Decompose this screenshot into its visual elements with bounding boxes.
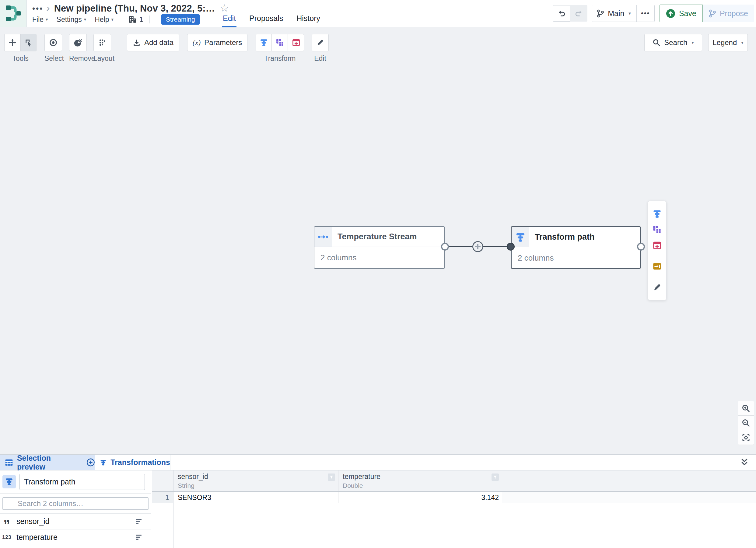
add-output-action[interactable] (651, 260, 663, 273)
join-tables-icon (653, 225, 662, 234)
resources-building-icon[interactable] (128, 16, 137, 23)
column-header-temperature[interactable]: temperature Double (338, 470, 502, 491)
divider (123, 16, 123, 23)
add-union-action[interactable] (651, 239, 663, 252)
branch-name[interactable]: Main (608, 9, 624, 18)
divider (149, 16, 150, 23)
edit-node-action[interactable] (651, 281, 663, 293)
node-title: Transform path (529, 232, 595, 242)
fit-to-screen-icon (742, 433, 750, 442)
output-port-temperature-stream[interactable] (441, 243, 449, 251)
column-list-item-sensor-id[interactable]: ” sensor_id (0, 514, 151, 529)
collapse-panel-button[interactable] (740, 457, 749, 469)
double-chevron-down-icon (740, 457, 749, 467)
numeric-type-icon: 123 (0, 534, 13, 540)
add-transform-button[interactable] (256, 34, 272, 51)
transform-icon (260, 38, 268, 47)
graph-canvas[interactable]: Tools Select Remove Layout (0, 27, 756, 454)
parameters-label: Parameters (204, 38, 242, 47)
input-port-transform-path[interactable] (507, 243, 515, 251)
filter-funnel-icon (329, 475, 334, 480)
file-menu[interactable]: File▾ (32, 16, 48, 24)
legend-button[interactable]: Legend ▾ (708, 34, 748, 51)
row-number-header-cell (152, 470, 173, 491)
column-header-type: Double (343, 482, 363, 489)
column-header-sensor-id[interactable]: sensor_id String (173, 470, 338, 491)
parameters-x-icon: (x) (193, 39, 201, 47)
column-list-item-temperature[interactable]: 123 temperature (0, 529, 151, 545)
layout-button[interactable] (93, 34, 111, 51)
column-header-type: String (178, 482, 194, 489)
string-type-icon: ” (0, 524, 13, 527)
app-header: ••• › New pipeline (Thu, Nov 3, 2022, 5:… (0, 0, 756, 27)
add-transform-action[interactable] (651, 208, 663, 220)
move-tool-button[interactable] (4, 34, 20, 51)
search-button[interactable]: Search ▾ (644, 34, 702, 51)
breadcrumb-overflow-icon[interactable]: ••• (32, 4, 43, 13)
zoom-in-icon (742, 404, 750, 413)
node-transform-path[interactable]: Transform path 2 columns (511, 226, 641, 269)
join-tables-icon (276, 38, 284, 47)
output-port-transform-path[interactable] (637, 243, 645, 251)
tab-history[interactable]: History (296, 14, 320, 27)
zoom-in-button[interactable] (738, 401, 754, 416)
branch-icon (597, 9, 604, 18)
column-name: temperature (16, 533, 58, 542)
redo-button[interactable] (570, 5, 587, 22)
save-label: Save (679, 9, 696, 18)
bottom-panel-tabs: Selection preview Transformations (0, 455, 756, 470)
add-join-action[interactable] (651, 224, 663, 236)
add-preview-icon[interactable] (86, 458, 95, 467)
node-temperature-stream[interactable]: Temperature Stream 2 columns (314, 226, 445, 269)
zoom-out-button[interactable] (738, 415, 754, 430)
undo-button[interactable] (553, 5, 570, 22)
tools-label: Tools (4, 54, 37, 63)
tab-selection-preview[interactable]: Selection preview (0, 455, 95, 470)
tab-proposals[interactable]: Proposals (249, 14, 283, 27)
select-tool-button[interactable] (20, 34, 37, 51)
save-button[interactable]: Save (660, 5, 703, 22)
cell-temperature[interactable]: 3.142 (338, 492, 502, 503)
table-icon (5, 459, 13, 466)
tab-transformations[interactable]: Transformations (95, 455, 170, 470)
add-join-button[interactable] (272, 34, 288, 51)
add-union-button[interactable] (288, 34, 304, 51)
transform-label: Transform (256, 54, 304, 63)
transform-icon (515, 232, 526, 243)
remove-button[interactable] (69, 34, 87, 51)
node-name-input[interactable] (19, 474, 145, 490)
divider (652, 277, 662, 277)
stream-node-icon-cell (314, 227, 332, 247)
table-row[interactable]: 1 SENSOR3 3.142 (152, 492, 756, 503)
parameters-button[interactable]: (x) Parameters (187, 34, 247, 51)
zoom-fit-button[interactable] (738, 430, 754, 445)
select-targets-button[interactable] (44, 34, 62, 51)
divider (119, 35, 119, 50)
resource-count: 1 (139, 16, 143, 24)
column-stats-icon[interactable] (136, 519, 143, 524)
node-subtitle: 2 columns (512, 247, 640, 269)
column-filter-button[interactable] (492, 473, 499, 481)
favorite-star-icon[interactable]: ☆ (220, 2, 229, 14)
add-data-button[interactable]: Add data (127, 34, 179, 51)
column-stats-icon[interactable] (136, 535, 143, 540)
column-filter-button[interactable] (328, 473, 335, 481)
add-node-on-edge-button[interactable] (472, 241, 483, 252)
branch-more-button[interactable]: ••• (637, 9, 654, 17)
settings-menu[interactable]: Settings▾ (57, 16, 86, 24)
tab-edit[interactable]: Edit (223, 14, 236, 27)
node-title: Temperature Stream (332, 232, 417, 242)
propose-button[interactable]: Propose (703, 5, 754, 22)
layout-dots-icon (98, 38, 107, 47)
app-logo[interactable] (0, 0, 27, 27)
undo-icon (557, 9, 566, 17)
caret-down-icon[interactable]: ▾ (628, 11, 631, 16)
cell-sensor-id[interactable]: SENSOR3 (173, 492, 338, 503)
edit-button[interactable] (312, 34, 329, 51)
column-search-input[interactable] (2, 497, 149, 510)
tab-selection-preview-label: Selection preview (17, 454, 79, 471)
output-icon (653, 262, 662, 271)
help-menu[interactable]: Help▾ (95, 16, 114, 24)
propose-branch-icon (709, 9, 716, 18)
edit-label: Edit (312, 54, 329, 63)
